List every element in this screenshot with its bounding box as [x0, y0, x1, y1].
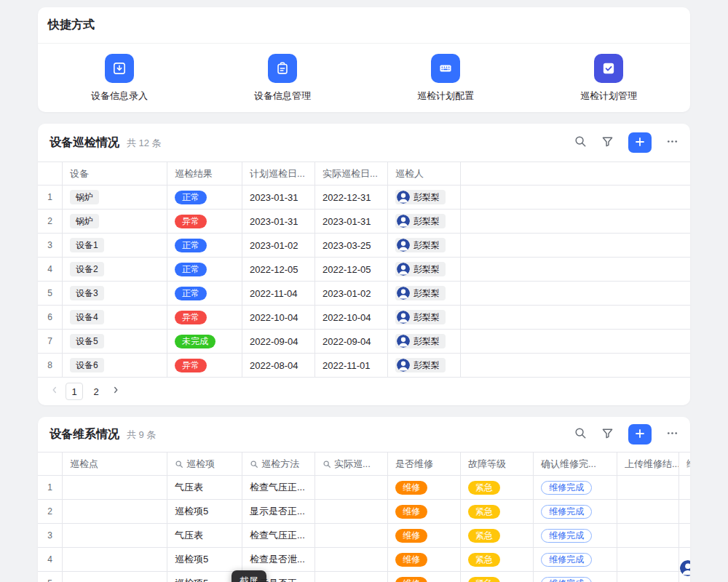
table-row[interactable]: 2 锅炉 异常 2023-01-31 2023-01-31 彭梨梨 [38, 210, 690, 234]
add-record-button[interactable] [628, 132, 652, 153]
cell-inspector[interactable]: 彭梨梨 [388, 210, 461, 233]
table-row[interactable]: 1 锅炉 正常 2023-01-31 2022-12-31 彭梨梨 [38, 186, 690, 210]
header-method[interactable]: 巡检方法 [242, 453, 315, 475]
cell-level[interactable]: 紧急 [461, 500, 534, 523]
more-button[interactable] [666, 427, 678, 442]
cell-item[interactable]: 巡检项5 [167, 500, 242, 523]
cell-planned-date[interactable]: 2022-08-04 [242, 354, 315, 377]
cell-planned-date[interactable]: 2023-01-02 [242, 234, 315, 257]
cell-repair[interactable]: 维修 [388, 572, 461, 582]
shortcut-device-manage[interactable]: 设备信息管理 [201, 54, 364, 103]
header-point[interactable]: 巡检点 [63, 453, 167, 475]
cell-level[interactable]: 紧急 [461, 524, 534, 547]
cell-point[interactable] [63, 548, 167, 571]
cell-confirm[interactable]: 维修完成 [534, 476, 617, 499]
cell-actual[interactable] [315, 572, 388, 582]
header-planned-date[interactable]: 计划巡检日... [242, 162, 315, 185]
cell-device[interactable]: 设备5 [63, 330, 167, 353]
cell-repair[interactable]: 维修 [388, 524, 461, 547]
cell-result[interactable]: 正常 [167, 234, 242, 257]
cell-extra[interactable] [679, 500, 690, 523]
cell-item[interactable]: 气压表 [167, 524, 242, 547]
shortcut-plan-manage[interactable]: 巡检计划管理 [527, 54, 690, 103]
cell-inspector[interactable]: 彭梨梨 [388, 258, 461, 281]
cell-device[interactable]: 锅炉 [63, 186, 167, 209]
cell-device[interactable]: 锅炉 [63, 210, 167, 233]
header-upload[interactable]: 上传维修结... [617, 453, 679, 475]
cell-result[interactable]: 异常 [167, 210, 242, 233]
more-button[interactable] [666, 135, 678, 150]
table-row[interactable]: 8 设备6 异常 2022-08-04 2022-11-01 彭梨梨 [38, 354, 690, 378]
cell-method[interactable]: 检查是否泄... [242, 548, 315, 571]
table-row[interactable]: 2 巡检项5 显示是否正... 维修 紧急 维修完成 [38, 500, 690, 524]
cell-device[interactable]: 设备1 [63, 234, 167, 257]
cell-device[interactable]: 设备4 [63, 306, 167, 329]
cell-point[interactable] [63, 500, 167, 523]
cell-repair[interactable]: 维修 [388, 476, 461, 499]
cell-point[interactable] [63, 524, 167, 547]
cell-method[interactable]: 检查气压正... [242, 524, 315, 547]
cell-extra[interactable] [679, 476, 690, 499]
table-row[interactable]: 4 设备2 正常 2022-12-05 2022-12-05 彭梨梨 [38, 258, 690, 282]
cell-result[interactable]: 正常 [167, 186, 242, 209]
cell-actual-date[interactable]: 2022-10-04 [315, 306, 388, 329]
next-page-button[interactable] [109, 385, 122, 398]
cell-planned-date[interactable]: 2022-09-04 [242, 330, 315, 353]
cell-actual[interactable] [315, 500, 388, 523]
cell-actual-date[interactable]: 2022-09-04 [315, 330, 388, 353]
cell-actual[interactable] [315, 524, 388, 547]
screenshot-overlay-button[interactable]: 截屏 [232, 570, 266, 582]
cell-repair[interactable]: 维修 [388, 500, 461, 523]
cell-result[interactable]: 异常 [167, 306, 242, 329]
cell-confirm[interactable]: 维修完成 [534, 548, 617, 571]
cell-actual-date[interactable]: 2023-01-02 [315, 282, 388, 305]
table-row[interactable]: 3 设备1 正常 2023-01-02 2023-03-25 彭梨梨 [38, 234, 690, 258]
cell-result[interactable]: 异常 [167, 354, 242, 377]
cell-actual-date[interactable]: 2022-11-01 [315, 354, 388, 377]
header-item[interactable]: 巡检项 [167, 453, 242, 475]
header-confirm[interactable]: 确认维修完... [534, 453, 617, 475]
cell-item[interactable]: 气压表 [167, 476, 242, 499]
cell-planned-date[interactable]: 2022-10-04 [242, 306, 315, 329]
cell-upload[interactable] [617, 500, 679, 523]
header-device[interactable]: 设备 [63, 162, 167, 185]
header-actual-date[interactable]: 实际巡检日... [315, 162, 388, 185]
filter-button[interactable] [601, 427, 614, 442]
header-inspector[interactable]: 巡检人 [388, 162, 461, 185]
cell-actual-date[interactable]: 2023-03-25 [315, 234, 388, 257]
cell-inspector[interactable]: 彭梨梨 [388, 330, 461, 353]
cell-actual[interactable] [315, 476, 388, 499]
cell-extra[interactable] [679, 524, 690, 547]
search-button[interactable] [574, 427, 587, 442]
header-actual[interactable]: 实际巡... [315, 453, 388, 475]
cell-upload[interactable] [617, 548, 679, 571]
cell-inspector[interactable]: 彭梨梨 [388, 234, 461, 257]
cell-device[interactable]: 设备2 [63, 258, 167, 281]
cell-result[interactable]: 正常 [167, 258, 242, 281]
cell-actual-date[interactable]: 2022-12-05 [315, 258, 388, 281]
cell-upload[interactable] [617, 572, 679, 582]
table-row[interactable]: 4 巡检项5 检查是否泄... 维修 紧急 维修完成 [38, 548, 690, 572]
cell-confirm[interactable]: 维修完成 [534, 500, 617, 523]
cell-actual-date[interactable]: 2023-01-31 [315, 210, 388, 233]
page-button-2[interactable]: 2 [87, 383, 105, 400]
cell-device[interactable]: 设备6 [63, 354, 167, 377]
cell-upload[interactable] [617, 524, 679, 547]
table-row[interactable]: 6 设备4 异常 2022-10-04 2022-10-04 彭梨梨 [38, 306, 690, 330]
cell-confirm[interactable]: 维修完成 [534, 572, 617, 582]
table-row[interactable]: 3 气压表 检查气压正... 维修 紧急 维修完成 [38, 524, 690, 548]
cell-point[interactable] [63, 572, 167, 582]
filter-button[interactable] [601, 135, 614, 150]
table-row[interactable]: 5 设备3 正常 2022-11-04 2023-01-02 彭梨梨 [38, 282, 690, 306]
page-button-1[interactable]: 1 [66, 383, 83, 400]
cell-result[interactable]: 正常 [167, 282, 242, 305]
cell-actual[interactable] [315, 548, 388, 571]
header-extra[interactable]: 维... [679, 453, 690, 475]
cell-planned-date[interactable]: 2023-01-31 [242, 210, 315, 233]
cell-confirm[interactable]: 维修完成 [534, 524, 617, 547]
cell-inspector[interactable]: 彭梨梨 [388, 354, 461, 377]
cell-planned-date[interactable]: 2023-01-31 [242, 186, 315, 209]
search-button[interactable] [574, 135, 587, 150]
header-repair[interactable]: 是否维修 [388, 453, 461, 475]
cell-planned-date[interactable]: 2022-12-05 [242, 258, 315, 281]
